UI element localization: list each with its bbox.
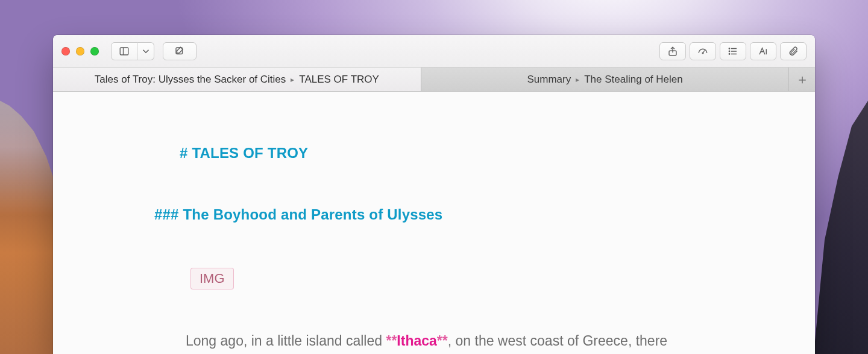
typography-icon	[758, 46, 769, 57]
minimize-window-button[interactable]	[76, 47, 84, 55]
zoom-window-button[interactable]	[90, 47, 99, 55]
heading-1: # TALES OF TROY	[180, 145, 779, 162]
new-tab-button[interactable]: ＋	[789, 68, 815, 91]
sidebar-icon	[119, 46, 130, 57]
editor-area[interactable]: # TALES OF TROY ### The Boyhood and Pare…	[53, 92, 815, 354]
para-text: , on the west coast of Greece, there	[448, 333, 667, 349]
compose-icon	[174, 46, 185, 57]
gauge-icon	[697, 46, 708, 57]
share-icon	[667, 46, 678, 57]
sidebar-menu-button[interactable]	[137, 42, 154, 60]
goals-button[interactable]	[690, 42, 716, 60]
sidebar-toggle-segment	[111, 42, 154, 60]
chevron-right-icon: ▸	[576, 75, 579, 84]
svg-point-10	[729, 51, 730, 52]
svg-point-11	[729, 53, 730, 54]
list-icon	[728, 46, 738, 57]
svg-point-5	[702, 52, 703, 54]
svg-rect-0	[120, 48, 128, 55]
tab-crumb-1: Tales of Troy: Ulysses the Sacker of Cit…	[95, 74, 286, 86]
paperclip-icon	[788, 46, 799, 57]
outline-button[interactable]	[720, 42, 746, 60]
document-content: # TALES OF TROY ### The Boyhood and Pare…	[53, 92, 815, 354]
share-button[interactable]	[659, 42, 686, 60]
app-window: Tales of Troy: Ulysses the Sacker of Cit…	[53, 35, 815, 354]
chevron-right-icon: ▸	[291, 75, 294, 84]
svg-point-9	[729, 48, 730, 49]
tab-crumb-2: The Stealing of Helen	[584, 74, 683, 86]
toggle-sidebar-button[interactable]	[111, 42, 137, 60]
titlebar	[53, 35, 815, 68]
compose-button[interactable]	[163, 42, 197, 60]
markdown-bold-close: **	[437, 333, 448, 349]
image-placeholder-badge: IMG	[190, 268, 234, 289]
tab-bar: Tales of Troy: Ulysses the Sacker of Cit…	[53, 68, 815, 92]
window-controls	[61, 47, 99, 55]
plus-icon: ＋	[796, 71, 809, 89]
close-window-button[interactable]	[61, 47, 70, 55]
body-paragraph: Long ago, in a little island called **It…	[186, 328, 716, 354]
heading-3: ### The Boyhood and Parents of Ulysses	[154, 206, 779, 223]
tab-crumb-1: Summary	[527, 74, 571, 86]
chevron-down-icon	[140, 46, 151, 57]
bold-word: Ithaca	[397, 333, 436, 349]
typography-button[interactable]	[750, 42, 776, 60]
attachments-button[interactable]	[780, 42, 807, 60]
tab-inactive[interactable]: Summary ▸ The Stealing of Helen	[421, 68, 790, 91]
markdown-bold-open: **	[386, 333, 397, 349]
tab-active[interactable]: Tales of Troy: Ulysses the Sacker of Cit…	[53, 68, 421, 91]
tab-crumb-2: TALES OF TROY	[299, 74, 379, 86]
para-text: Long ago, in a little island called	[186, 333, 386, 349]
